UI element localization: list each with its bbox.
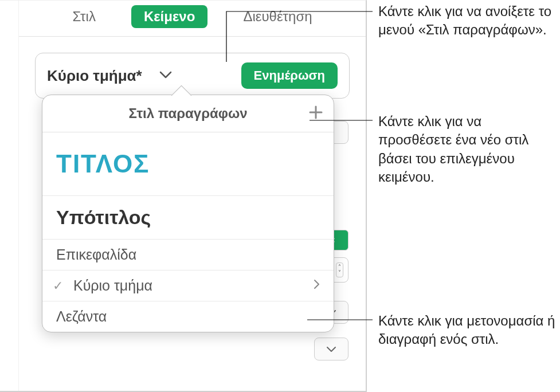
style-item-heading[interactable]: Επικεφαλίδα (42, 240, 334, 271)
callout-open-menu: Κάντε κλικ για να ανοίξετε το μενού «Στι… (378, 2, 556, 40)
chevron-right-icon[interactable] (313, 279, 320, 293)
tab-arrange[interactable]: Διευθέτηση (230, 5, 324, 28)
popover-title: Στιλ παραγράφων (128, 105, 247, 121)
tab-style[interactable]: Στιλ (60, 5, 108, 28)
style-item-body-label: Κύριο τμήμα (73, 277, 152, 294)
style-list: ΤΙΤΛΟΣ Υπότιτλος Επικεφαλίδα ✓ Κύριο τμή… (42, 132, 334, 332)
inspector-panel: Στιλ Κείμενο Διευθέτηση Κύριο τμήμα* Ενη… (0, 0, 367, 392)
popover-header: Στιλ παραγράφων (42, 95, 334, 132)
chevron-down-icon[interactable] (159, 70, 172, 81)
callout-add-style: Κάντε κλικ για να προσθέσετε ένα νέο στι… (378, 112, 556, 187)
paragraph-style-row: Κύριο τμήμα* Ενημέρωση (35, 53, 350, 99)
stepper-arrows-icon[interactable]: ˄˅ (336, 262, 343, 277)
tab-text[interactable]: Κείμενο (131, 5, 207, 28)
style-item-subtitle[interactable]: Υπότιτλος (42, 196, 334, 240)
current-style-name[interactable]: Κύριο τμήμα* (47, 67, 142, 85)
update-button[interactable]: Ενημέρωση (241, 62, 338, 89)
check-icon: ✓ (53, 279, 63, 293)
style-item-title[interactable]: ΤΙΤΛΟΣ (42, 132, 334, 196)
callout-rename-delete: Κάντε κλικ για μετονομασία ή διαγραφή εν… (378, 312, 556, 349)
inspector-tabs: Στιλ Κείμενο Διευθέτηση (19, 1, 366, 37)
style-item-caption[interactable]: Λεζάντα (42, 301, 334, 332)
bg-disclosure-2[interactable] (314, 338, 348, 360)
style-item-body[interactable]: ✓ Κύριο τμήμα (42, 271, 334, 301)
add-style-button[interactable] (308, 104, 323, 123)
paragraph-styles-popover: Στιλ παραγράφων ΤΙΤΛΟΣ Υπότιτλος Επικεφα… (42, 95, 334, 332)
